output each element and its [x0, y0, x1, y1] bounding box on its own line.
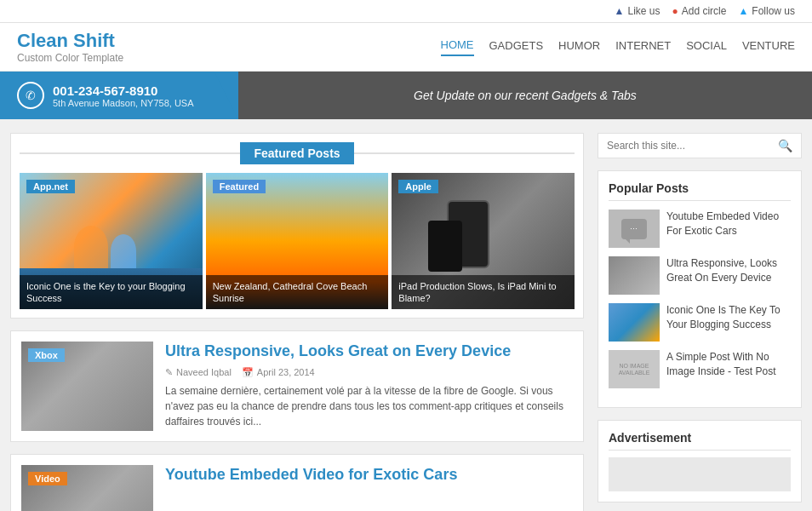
article-2-content: Youtube Embeded Video for Exotic Cars	[165, 465, 573, 511]
featured-card-2[interactable]: Featured New Zealand, Cathedral Cove Bea…	[206, 173, 389, 309]
popular-thumb-4: NO IMAGE AVAILABLE	[609, 350, 660, 388]
popular-thumb-3	[609, 303, 660, 342]
popular-thumb-2	[609, 256, 660, 295]
advertisement-widget: Advertisement	[598, 420, 802, 502]
search-input[interactable]	[607, 140, 778, 152]
nav-gadgets[interactable]: GADGETS	[489, 39, 544, 55]
add-circle-button[interactable]: ● Add circle	[672, 5, 726, 17]
nav-humor[interactable]: HUMOR	[558, 39, 600, 55]
popular-item-3[interactable]: Iconic One Is The Key To Your Blogging S…	[609, 303, 791, 342]
nav-social[interactable]: SOCIAL	[686, 39, 727, 55]
phone-icon: ✆	[17, 82, 44, 109]
card-3-badge: Apple	[398, 180, 438, 193]
article-1-excerpt: La semaine dernière, certainement volé p…	[165, 383, 573, 429]
popular-item-4[interactable]: NO IMAGE AVAILABLE A Simple Post With No…	[609, 350, 791, 388]
featured-line-right	[354, 152, 575, 154]
card-1-badge: App.net	[26, 180, 75, 193]
advertisement-title: Advertisement	[609, 431, 791, 451]
add-circle-label: Add circle	[682, 5, 727, 17]
author-icon: ✎	[165, 367, 173, 378]
article-2-thumb: Video	[21, 465, 153, 511]
popular-posts-widget: Popular Posts ⋯ Youtube Embeded Video Fo…	[598, 170, 802, 408]
follow-us-label: Follow us	[752, 5, 795, 17]
content-column: Featured Posts App.net Iconic One is the…	[10, 133, 584, 511]
tagline-text: Get Update on our recent Gadgets & Tabs	[414, 89, 637, 102]
no-image-placeholder: NO IMAGE AVAILABLE	[609, 350, 660, 388]
ad-placeholder	[609, 457, 791, 491]
popular-title-1: Youtube Embeded Video For Exotic Cars	[666, 210, 791, 238]
featured-line-left	[20, 152, 240, 154]
article-1: Xbox Ultra Responsive, Looks Great on Ev…	[10, 330, 584, 442]
calendar-icon: 📅	[242, 367, 254, 378]
phone-number: 001-234-567-8910	[53, 83, 194, 98]
popular-thumb-1: ⋯	[609, 210, 660, 248]
info-tagline: Get Update on our recent Gadgets & Tabs	[238, 72, 812, 119]
featured-section: Featured Posts App.net Iconic One is the…	[10, 133, 584, 319]
site-header: Clean Shift Custom Color Template HOME G…	[0, 23, 812, 72]
twitter-icon: ▲	[738, 5, 748, 17]
chat-bubble-icon: ⋯	[621, 219, 647, 239]
article-1-date: 📅 April 23, 2014	[242, 367, 315, 378]
popular-item-1[interactable]: ⋯ Youtube Embeded Video For Exotic Cars	[609, 210, 791, 248]
featured-card-3[interactable]: Apple iPad Production Slows, Is iPad Min…	[392, 173, 575, 309]
article-1-meta: ✎ Naveed Iqbal 📅 April 23, 2014	[165, 367, 573, 378]
article-1-author: ✎ Naveed Iqbal	[165, 367, 232, 378]
card-3-caption: iPad Production Slows, Is iPad Mini to B…	[392, 275, 575, 310]
featured-header: Featured Posts	[20, 142, 575, 164]
article-1-title[interactable]: Ultra Responsive, Looks Great on Every D…	[165, 342, 573, 361]
popular-posts-title: Popular Posts	[609, 181, 791, 201]
main-nav: HOME GADGETS HUMOR INTERNET SOCIAL VENTU…	[441, 38, 796, 56]
card-1-caption: Iconic One is the Key to your Blogging S…	[20, 275, 203, 310]
contact-info: ✆ 001-234-567-8910 5th Avenue Madson, NY…	[0, 72, 238, 119]
card-2-caption: New Zealand, Cathedral Cove Beach Sunris…	[206, 275, 389, 310]
like-us-label: Like us	[627, 5, 660, 17]
googleplus-icon: ●	[672, 5, 678, 17]
featured-title: Featured Posts	[240, 142, 353, 164]
nav-venture[interactable]: VENTURE	[742, 39, 795, 55]
sidebar: 🔍 Popular Posts ⋯ Youtube Embeded Video …	[598, 133, 802, 511]
article-1-content: Ultra Responsive, Looks Great on Every D…	[165, 342, 573, 431]
logo[interactable]: Clean Shift Custom Color Template	[17, 30, 123, 64]
article-2: Video Youtube Embeded Video for Exotic C…	[10, 454, 584, 511]
article-1-thumb: Xbox	[21, 342, 153, 431]
top-bar: ▲ Like us ● Add circle ▲ Follow us	[0, 0, 812, 23]
site-title: Clean Shift	[17, 30, 123, 52]
article-1-badge: Xbox	[28, 348, 65, 362]
info-bar: ✆ 001-234-567-8910 5th Avenue Madson, NY…	[0, 72, 812, 119]
nav-home[interactable]: HOME	[441, 38, 474, 56]
search-icon: 🔍	[778, 139, 792, 152]
popular-title-4: A Simple Post With No Image Inside - Tes…	[666, 350, 791, 379]
featured-grid: App.net Iconic One is the Key to your Bl…	[20, 173, 575, 309]
nav-internet[interactable]: INTERNET	[615, 39, 671, 55]
popular-title-3: Iconic One Is The Key To Your Blogging S…	[666, 303, 791, 332]
card-2-badge: Featured	[213, 180, 266, 193]
article-2-title[interactable]: Youtube Embeded Video for Exotic Cars	[165, 465, 573, 485]
popular-item-2[interactable]: Ultra Responsive, Looks Great On Every D…	[609, 256, 791, 295]
follow-us-button[interactable]: ▲ Follow us	[738, 5, 795, 17]
address: 5th Avenue Madson, NY758, USA	[53, 98, 194, 108]
site-subtitle: Custom Color Template	[17, 52, 123, 64]
popular-title-2: Ultra Responsive, Looks Great On Every D…	[666, 256, 791, 285]
search-box[interactable]: 🔍	[598, 133, 802, 158]
main-container: Featured Posts App.net Iconic One is the…	[0, 119, 812, 511]
article-2-badge: Video	[28, 472, 67, 485]
featured-card-1[interactable]: App.net Iconic One is the Key to your Bl…	[20, 173, 203, 309]
like-us-button[interactable]: ▲ Like us	[615, 5, 660, 17]
facebook-icon: ▲	[615, 5, 625, 17]
